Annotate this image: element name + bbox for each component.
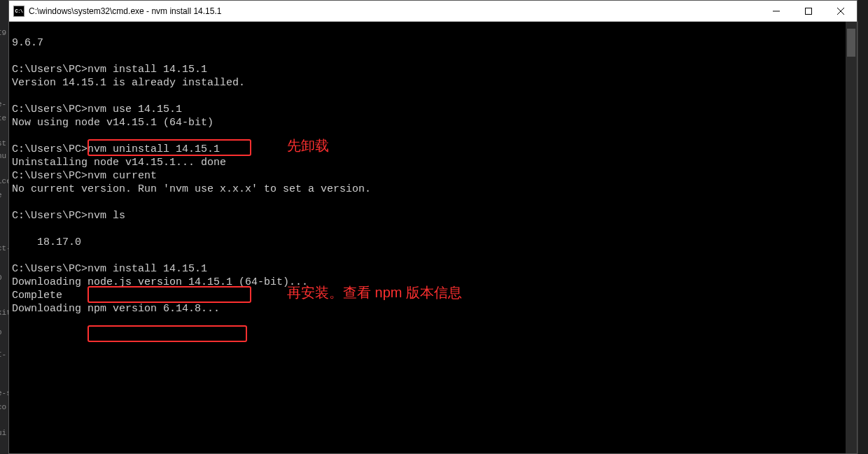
minimize-button[interactable] (760, 1, 792, 21)
window-controls (760, 1, 857, 21)
titlebar[interactable]: C:\ C:\windows\system32\cmd.exe - nvm in… (9, 1, 857, 22)
gutter-fragment: st (0, 139, 6, 148)
terminal-line: No current version. Run 'nvm use x.x.x' … (12, 183, 371, 195)
highlight-npm-version (88, 325, 247, 342)
scrollbar[interactable] (846, 22, 857, 453)
annotation-install: 再安装。查看 npm 版本信息 (287, 286, 462, 299)
terminal-line: C:\Users\PC>nvm install 14.15.1 (12, 263, 207, 275)
terminal-line: Version 14.15.1 is already installed. (12, 77, 245, 89)
terminal-line: Uninstalling node v14.15.1... done (12, 157, 226, 169)
window-title: C:\windows\system32\cmd.exe - nvm instal… (29, 6, 221, 16)
terminal-line: C:\Users\PC>nvm use 14.15.1 (12, 104, 182, 115)
cmd-icon: C:\ (13, 6, 24, 17)
terminal-line: Downloading npm version 6.14.8... (12, 303, 220, 315)
gutter-fragment: ui (0, 428, 6, 438)
gutter-fragment: I9 (0, 28, 6, 38)
gutter-fragment: te (0, 113, 6, 123)
gutter-fragment: b (0, 327, 2, 337)
gutter-fragment: e- (0, 99, 6, 109)
scrollbar-thumb[interactable] (847, 29, 855, 57)
gutter-fragment: O (0, 273, 2, 283)
gutter-fragment: e (0, 190, 2, 200)
editor-gutter: I9 e- te st hu ice e ct- O kit b I- e-s … (0, 0, 8, 454)
close-button[interactable] (825, 1, 857, 21)
terminal-line: C:\Users\PC>nvm current (12, 170, 157, 182)
highlight-install (88, 286, 251, 303)
terminal-line: Now using node v14.15.1 (64-bit) (12, 117, 214, 129)
terminal-line: 18.17.0 (12, 236, 81, 248)
terminal-line: C:\Users\PC>nvm ls (12, 210, 125, 222)
title-left: C:\ C:\windows\system32\cmd.exe - nvm in… (9, 6, 221, 17)
terminal-line: C:\Users\PC>nvm install 14.15.1 (12, 64, 207, 76)
cmd-window: C:\ C:\windows\system32\cmd.exe - nvm in… (8, 0, 858, 454)
maximize-button[interactable] (792, 1, 825, 21)
gutter-fragment: I- (0, 350, 6, 360)
terminal-line: C:\Users\PC>nvm uninstall 14.15.1 (12, 143, 220, 155)
terminal-line: Complete (12, 290, 62, 302)
terminal-output[interactable]: 9.6.7 C:\Users\PC>nvm install 14.15.1 Ve… (9, 22, 857, 453)
gutter-fragment: co (0, 402, 6, 412)
terminal-line: Downloading node.js version 14.15.1 (64-… (12, 276, 308, 288)
right-edge-panel (858, 21, 868, 454)
svg-rect-1 (806, 8, 812, 14)
gutter-fragment: hu (0, 151, 6, 161)
annotation-uninstall: 先卸载 (287, 139, 329, 152)
terminal-line: 9.6.7 (12, 37, 43, 49)
